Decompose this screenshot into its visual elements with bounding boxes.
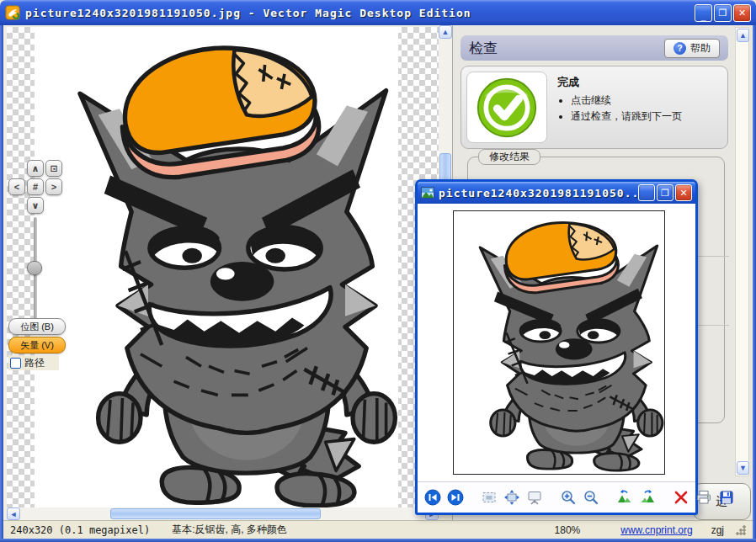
pan-right-button[interactable]: >	[45, 178, 62, 195]
result-bullet: 点击继续	[571, 93, 682, 108]
preview-window: picture1240x3201981191050... _ ❐ ✕	[415, 179, 698, 515]
paths-label: 路径	[24, 356, 45, 370]
panel-header: 检查 ? 帮助	[461, 35, 728, 61]
scroll-left-button[interactable]: ◄	[7, 507, 20, 520]
main-window: picture1240x3201981191050.jpg - Vector M…	[0, 0, 756, 542]
save-icon	[718, 489, 735, 506]
vector-view-button[interactable]: 矢量 (V)	[8, 337, 66, 353]
zoom-slider[interactable]	[27, 217, 42, 320]
window-border	[0, 25, 3, 542]
wolf-vector-preview	[35, 27, 398, 507]
horizontal-scroll-thumb[interactable]	[110, 508, 321, 519]
panel-scroll-up-button[interactable]: ▲	[737, 29, 749, 42]
help-icon: ?	[673, 42, 686, 55]
view-toggle: 位图 (B) 矢量 (V) 路径	[8, 318, 67, 370]
save-button[interactable]	[718, 488, 735, 507]
rotate-right-icon	[639, 489, 656, 506]
scroll-up-button[interactable]: ▲	[439, 25, 452, 39]
preview-toolbar	[418, 481, 695, 513]
result-title: 完成	[557, 76, 579, 88]
pan-down-button[interactable]: ∨	[27, 197, 44, 214]
wolf-image-preview	[454, 211, 664, 474]
groupbox-label: 修改结果	[478, 149, 540, 165]
next-image-button[interactable]	[447, 488, 464, 507]
help-button[interactable]: ? 帮助	[664, 39, 720, 58]
rotate-left-icon	[616, 489, 633, 506]
panel-title: 检查	[469, 39, 664, 58]
fit-window-button[interactable]	[503, 488, 520, 507]
rotate-left-button[interactable]	[616, 488, 633, 507]
cnprint-link[interactable]: www.cnprint.org	[620, 524, 692, 536]
preview-titlebar[interactable]: picture1240x3201981191050... _ ❐ ✕	[418, 182, 695, 204]
preview-maximize-button[interactable]: ❐	[657, 184, 673, 201]
green-check-icon	[475, 76, 539, 140]
status-bar: 240x320 (0.1 megapixel) 基本:反锯齿, 高, 多种颜色 …	[3, 520, 753, 539]
prev-image-button[interactable]	[424, 488, 441, 507]
window-border	[753, 25, 756, 542]
image-dimensions: 240x320 (0.1 megapixel)	[10, 524, 150, 536]
panel-scrollbar[interactable]: ▲ ▼	[735, 27, 749, 476]
panel-scroll-down-button[interactable]: ▼	[737, 461, 749, 475]
status-icon-box	[466, 72, 547, 143]
pan-up-button[interactable]: ∧	[27, 160, 44, 177]
preview-title: picture1240x3201981191050...	[439, 187, 638, 199]
delete-button[interactable]	[673, 488, 689, 507]
zoom-slider-thumb[interactable]	[27, 261, 42, 275]
paths-checkbox[interactable]	[10, 358, 21, 369]
bitmap-view-button[interactable]: 位图 (B)	[8, 318, 66, 335]
traced-image-area	[35, 27, 398, 507]
pan-pad: ∧ ⊡ < # > ∨	[8, 160, 64, 215]
window-title: picture1240x3201981191050.jpg - Vector M…	[25, 7, 695, 19]
next-image-icon	[447, 489, 464, 506]
slideshow-icon	[526, 489, 543, 506]
fit-view-button[interactable]: ⊡	[45, 160, 62, 177]
minimize-button[interactable]: _	[695, 4, 712, 22]
window-border	[0, 539, 756, 542]
slideshow-button[interactable]	[526, 488, 543, 507]
main-titlebar[interactable]: picture1240x3201981191050.jpg - Vector M…	[0, 0, 756, 25]
zoom-in-button[interactable]	[560, 488, 577, 507]
image-icon	[421, 186, 434, 199]
check-result-card: 完成 点击继续 通过检查，请跳到下一页	[461, 66, 728, 149]
fit-window-icon	[503, 489, 520, 506]
close-button[interactable]: ✕	[733, 4, 751, 22]
preview-body	[418, 204, 695, 513]
result-bullet: 通过检查，请跳到下一页	[571, 109, 682, 124]
actual-size-button[interactable]	[481, 488, 498, 507]
vector-magic-app-icon	[5, 5, 20, 20]
zoom-out-icon	[583, 489, 599, 506]
rotate-right-button[interactable]	[639, 488, 656, 507]
preview-image-frame	[453, 210, 665, 475]
delete-icon	[673, 489, 689, 506]
actual-size-icon	[481, 489, 498, 506]
print-icon	[695, 489, 712, 506]
user-label: zgj	[711, 524, 724, 536]
transparency-checkerboard	[7, 27, 439, 507]
maximize-button[interactable]: ❐	[714, 4, 732, 22]
center-view-button[interactable]: #	[27, 178, 44, 195]
preview-close-button[interactable]: ✕	[675, 184, 692, 201]
canvas-horizontal-scrollbar[interactable]: ◄ ►	[7, 507, 439, 520]
preview-minimize-button[interactable]: _	[638, 184, 655, 201]
image-canvas: ∧ ⊡ < # > ∨ 位图 (B) 矢量 (V) 路径 ▲ ▼	[3, 25, 452, 520]
prev-image-icon	[424, 489, 441, 506]
trace-settings: 基本:反锯齿, 高, 多种颜色	[172, 523, 287, 537]
resize-grip[interactable]	[736, 525, 746, 535]
pan-left-button[interactable]: <	[8, 178, 25, 195]
zoom-in-icon	[560, 489, 577, 506]
zoom-percentage: 180%	[555, 524, 581, 536]
print-button[interactable]	[695, 488, 712, 507]
zoom-out-button[interactable]	[583, 488, 599, 507]
